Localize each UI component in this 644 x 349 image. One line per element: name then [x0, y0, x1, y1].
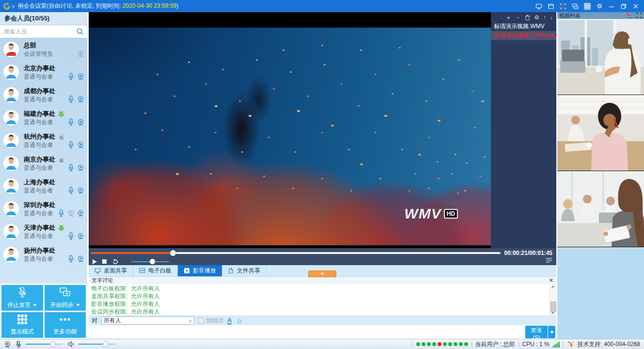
- volume-handle[interactable]: [150, 259, 155, 264]
- participant-row[interactable]: 深圳办事处 普通与会者: [0, 197, 87, 220]
- move-down-icon[interactable]: ↓: [550, 14, 553, 21]
- trash-icon[interactable]: [525, 15, 530, 21]
- remove-icon[interactable]: －: [515, 14, 521, 21]
- replay-icon[interactable]: [112, 258, 118, 265]
- webcam-icon[interactable]: [77, 73, 84, 80]
- webcam-icon[interactable]: [77, 118, 84, 126]
- participant-row[interactable]: 福建办事处 普通与会者: [0, 106, 87, 129]
- add-icon[interactable]: ＋: [505, 14, 511, 21]
- grid-icon[interactable]: [584, 3, 591, 10]
- move-up-icon[interactable]: ↑: [543, 14, 546, 21]
- mic-volume-slider[interactable]: [26, 341, 63, 348]
- more-functions-button[interactable]: 更多功能: [45, 312, 86, 338]
- fullscreen-icon[interactable]: [636, 13, 642, 18]
- close-icon[interactable]: [632, 3, 639, 10]
- chat-title: 文字讨论: [92, 277, 113, 284]
- minimize-icon[interactable]: [608, 3, 615, 10]
- webcam-icon[interactable]: [4, 341, 11, 348]
- recipient-select[interactable]: 所有人 ∨: [101, 317, 194, 325]
- scroll-up-icon[interactable]: [551, 285, 555, 288]
- media-player-view: WMV HD: [89, 12, 491, 248]
- webcam-icon[interactable]: [77, 95, 84, 103]
- mic-icon[interactable]: [67, 232, 75, 240]
- video-list-header: 视频列表: [557, 12, 644, 19]
- playlist-item[interactable]: 标清演示视频.WMV: [491, 22, 556, 31]
- gear-icon[interactable]: ⚙: [534, 14, 539, 21]
- close-icon[interactable]: ✕: [549, 278, 553, 283]
- mic-icon[interactable]: [58, 209, 65, 217]
- participant-row[interactable]: 北京办事处 普通与会者: [0, 61, 87, 83]
- tab-media-playback[interactable]: 影音播放: [178, 265, 222, 276]
- mic-icon[interactable]: [67, 164, 75, 172]
- mic-icon[interactable]: [67, 118, 75, 126]
- mic-icon[interactable]: [67, 141, 75, 149]
- app-window-icon[interactable]: [548, 3, 554, 10]
- checkbox-icon[interactable]: [198, 318, 204, 324]
- webcam-icon[interactable]: [77, 232, 84, 240]
- mic-icon[interactable]: [67, 73, 75, 80]
- participant-row[interactable]: 南京办事处 普通与会者: [0, 152, 87, 174]
- emoji-icon[interactable]: ☺: [236, 317, 242, 324]
- webcam-thumbnail[interactable]: [557, 95, 644, 171]
- webcam-icon[interactable]: [77, 255, 84, 263]
- stop-speaking-button[interactable]: 停止发言: [1, 285, 43, 311]
- volume-slider[interactable]: [131, 259, 169, 265]
- scrollbar-thumb[interactable]: [550, 301, 556, 312]
- panel-collapse-handle[interactable]: [308, 270, 336, 277]
- chat-scrollbar[interactable]: [550, 284, 556, 316]
- tab-desktop-share[interactable]: 桌面共享: [89, 265, 133, 276]
- chat-message-input[interactable]: [89, 325, 556, 340]
- dropdown-caret-icon[interactable]: [76, 304, 80, 306]
- playlist-icon[interactable]: [546, 257, 552, 263]
- mic-icon[interactable]: [67, 255, 75, 263]
- send-button[interactable]: 发送(S): [525, 326, 548, 338]
- titlebar-menu-chevron-icon[interactable]: ∨: [12, 4, 15, 9]
- settings-gear-icon[interactable]: ⚙: [596, 3, 603, 10]
- webcam-icon[interactable]: [77, 164, 84, 172]
- scroll-down-icon[interactable]: [551, 311, 555, 315]
- mic-icon[interactable]: [67, 95, 75, 103]
- whisper-checkbox[interactable]: 悄悄话: [198, 317, 223, 325]
- seek-handle[interactable]: [170, 250, 176, 256]
- participant-row[interactable]: 杭州办事处 普通与会者: [0, 129, 87, 152]
- slider-handle[interactable]: [50, 341, 56, 347]
- video-wall-icon[interactable]: [627, 13, 634, 18]
- play-icon[interactable]: [93, 259, 97, 264]
- webcam-icon[interactable]: [77, 187, 84, 194]
- font-style-button[interactable]: A: [227, 317, 232, 324]
- playlist-item-selected[interactable]: 高清演示视频-720P.wmv删除: [491, 31, 556, 40]
- speaker-icon[interactable]: [67, 341, 75, 348]
- dropdown-caret-icon[interactable]: [33, 304, 37, 306]
- participant-row[interactable]: 天津办事处 普通与会者: [0, 220, 87, 243]
- webcam-off-icon[interactable]: [67, 209, 75, 217]
- participant-name: 北京办事处: [24, 64, 55, 73]
- participant-row[interactable]: 上海办事处 普通与会者: [0, 174, 87, 197]
- speaker-volume-slider[interactable]: [79, 341, 116, 348]
- start-sync-button[interactable]: 开始同步: [45, 285, 86, 311]
- webcam-icon[interactable]: [77, 209, 84, 217]
- tab-whiteboard[interactable]: 电子白板: [133, 265, 178, 276]
- webcam-off-icon[interactable]: [77, 50, 84, 58]
- search-input[interactable]: [0, 25, 87, 38]
- share-screens-icon[interactable]: [572, 3, 579, 10]
- stop-icon[interactable]: [102, 259, 107, 264]
- webcam-thumbnail[interactable]: [557, 19, 644, 95]
- record-icon[interactable]: [560, 3, 566, 10]
- webcam-thumbnail[interactable]: [557, 171, 644, 247]
- monitor-icon[interactable]: [535, 3, 542, 10]
- tab-file-share[interactable]: 文件共享: [222, 265, 267, 276]
- restore-icon[interactable]: [620, 3, 627, 10]
- chat-panel: 文字讨论 ✕ 电子白板权限: 允许所有人 桌面共享权限: 允许所有人 影音播放权…: [89, 276, 556, 340]
- participant-row[interactable]: 扬州办事处 普通与会者: [0, 243, 87, 266]
- send-options-caret[interactable]: [548, 326, 555, 338]
- mic-icon[interactable]: [67, 187, 75, 194]
- seek-bar[interactable]: [91, 252, 501, 254]
- webcam-icon[interactable]: [77, 141, 84, 149]
- display-mode-button[interactable]: 显示模式: [1, 312, 43, 338]
- search-icon[interactable]: [76, 28, 84, 35]
- video-fish-detail: [89, 28, 92, 30]
- slider-handle[interactable]: [103, 341, 109, 347]
- participant-row[interactable]: 成都办事处 普通与会者: [0, 83, 87, 106]
- participant-row[interactable]: 总部 会议管理员: [0, 38, 87, 61]
- mic-muted-icon[interactable]: [15, 341, 22, 348]
